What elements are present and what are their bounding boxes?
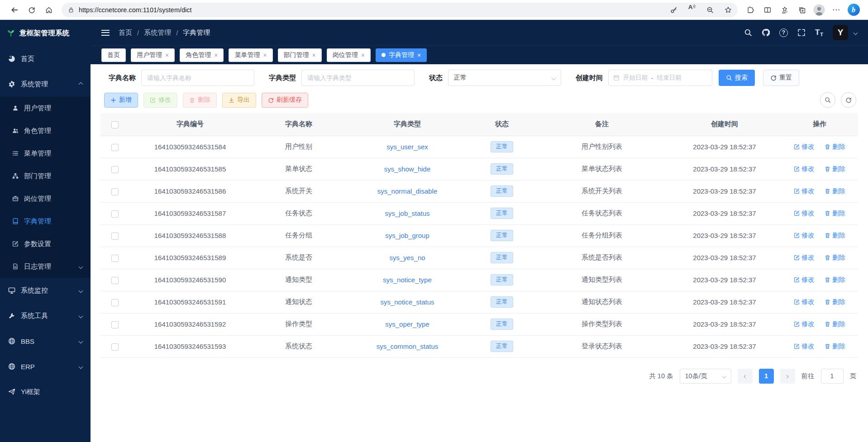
close-icon[interactable]: ×	[312, 52, 316, 58]
close-icon[interactable]: ×	[165, 52, 169, 58]
read-aloud-icon[interactable]: A	[685, 4, 699, 16]
header-search-icon[interactable]	[744, 29, 752, 37]
browser-more-menu[interactable]: ⋯	[828, 2, 844, 18]
status-select[interactable]: 正常	[448, 70, 561, 86]
dict-name-input[interactable]	[141, 70, 254, 86]
dict-type-link[interactable]: sys_show_hide	[384, 165, 431, 173]
url-text[interactable]: https://ccnetcore.com:1101/system/dict	[79, 6, 663, 14]
browser-home-button[interactable]	[41, 2, 57, 18]
help-icon[interactable]: ?	[779, 29, 788, 37]
close-icon[interactable]: ×	[417, 52, 421, 58]
row-edit-button[interactable]: 修改	[794, 165, 815, 173]
row-delete-button[interactable]: 删除	[825, 320, 845, 328]
sidebar-item-bbs[interactable]: BBS	[0, 328, 91, 354]
page-size-select[interactable]: 10条/页	[680, 369, 731, 384]
font-size-icon[interactable]: TT	[815, 28, 823, 37]
export-button[interactable]: 导出	[222, 93, 256, 108]
dict-type-link[interactable]: sys_notice_type	[383, 276, 432, 284]
row-checkbox[interactable]	[111, 255, 119, 262]
sidebar-item-home[interactable]: 首页	[0, 46, 91, 71]
row-delete-button[interactable]: 删除	[825, 187, 845, 195]
zoom-indicator-icon[interactable]	[703, 4, 717, 16]
edit-button[interactable]: 修改	[143, 93, 177, 108]
start-date-placeholder[interactable]: 开始日期	[623, 74, 648, 82]
browser-back-button[interactable]	[6, 2, 23, 18]
close-icon[interactable]: ×	[361, 52, 365, 58]
breadcrumb-system[interactable]: 系统管理	[144, 29, 171, 37]
dict-type-link[interactable]: sys_user_sex	[386, 143, 428, 151]
favorites-icon[interactable]	[777, 2, 793, 18]
end-date-placeholder[interactable]: 结束日期	[657, 74, 682, 82]
add-button[interactable]: 新增	[104, 93, 138, 108]
row-edit-button[interactable]: 修改	[794, 276, 815, 284]
sidebar-item-user-management[interactable]: 用户管理	[0, 97, 91, 119]
avatar-dropdown-icon[interactable]	[854, 30, 858, 35]
row-delete-button[interactable]: 删除	[825, 253, 845, 262]
row-edit-button[interactable]: 修改	[794, 143, 815, 151]
date-range-picker[interactable]: 开始日期 - 结束日期	[608, 70, 712, 86]
tab-department-management[interactable]: 部门管理×	[278, 48, 322, 62]
goto-page-input[interactable]	[821, 369, 844, 384]
row-checkbox[interactable]	[111, 144, 119, 151]
row-edit-button[interactable]: 修改	[794, 320, 815, 328]
add-favorite-star-icon[interactable]	[721, 4, 735, 16]
sidebar-item-erp[interactable]: ERP	[0, 354, 91, 379]
row-delete-button[interactable]: 删除	[825, 143, 845, 151]
row-checkbox[interactable]	[111, 321, 119, 328]
row-checkbox[interactable]	[111, 343, 119, 351]
sidebar-item-parameter-settings[interactable]: 参数设置	[0, 233, 91, 255]
dict-type-link[interactable]: sys_oper_type	[385, 320, 429, 328]
sidebar-item-role-management[interactable]: 角色管理	[0, 119, 91, 142]
dict-type-link[interactable]: sys_common_status	[377, 342, 439, 350]
dict-type-link[interactable]: sys_notice_status	[380, 298, 434, 306]
sidebar-toggle-icon[interactable]	[101, 30, 110, 36]
extensions-icon[interactable]	[742, 2, 758, 18]
dict-type-link[interactable]: sys_yes_no	[389, 254, 425, 261]
row-delete-button[interactable]: 删除	[825, 231, 845, 240]
current-page-button[interactable]: 1	[759, 369, 774, 384]
tab-position-management[interactable]: 岗位管理×	[327, 48, 371, 62]
user-avatar[interactable]: Y	[833, 25, 848, 40]
delete-button[interactable]: 删除	[183, 93, 217, 108]
sidebar-item-yi-framework[interactable]: Yi框架	[0, 379, 91, 404]
row-edit-button[interactable]: 修改	[794, 231, 815, 240]
sidebar-item-menu-management[interactable]: 菜单管理	[0, 142, 91, 165]
row-edit-button[interactable]: 修改	[794, 342, 815, 351]
select-all-checkbox[interactable]	[111, 121, 119, 128]
close-icon[interactable]: ×	[263, 52, 267, 58]
row-edit-button[interactable]: 修改	[794, 253, 815, 262]
password-key-icon[interactable]	[667, 4, 681, 16]
row-delete-button[interactable]: 删除	[825, 209, 845, 218]
collections-icon[interactable]	[794, 2, 810, 18]
sidebar-item-system-tools[interactable]: 系统工具	[0, 303, 91, 328]
browser-profile-avatar[interactable]	[811, 2, 827, 18]
sidebar-item-position-management[interactable]: 岗位管理	[0, 187, 91, 210]
row-delete-button[interactable]: 删除	[825, 276, 845, 284]
next-page-button[interactable]: ›	[780, 369, 795, 384]
sidebar-item-log-management[interactable]: 日志管理	[0, 255, 91, 278]
sidebar-item-system-management[interactable]: 系统管理	[0, 71, 91, 97]
sidebar-item-department-management[interactable]: 部门管理	[0, 165, 91, 187]
tab-home[interactable]: 首页	[101, 48, 126, 62]
address-bar[interactable]: https://ccnetcore.com:1101/system/dict A	[62, 3, 738, 17]
row-checkbox[interactable]	[111, 166, 119, 173]
dict-type-input[interactable]	[301, 70, 415, 86]
row-delete-button[interactable]: 删除	[825, 165, 845, 173]
row-checkbox[interactable]	[111, 277, 119, 284]
close-icon[interactable]: ×	[214, 52, 218, 58]
refresh-table-button[interactable]	[841, 92, 856, 108]
github-icon[interactable]	[762, 29, 770, 37]
row-edit-button[interactable]: 修改	[794, 298, 815, 306]
browser-refresh-button[interactable]	[24, 2, 40, 18]
sidebar-item-dict-management[interactable]: 字典管理	[0, 210, 91, 233]
row-delete-button[interactable]: 删除	[825, 298, 845, 306]
row-checkbox[interactable]	[111, 299, 119, 306]
tab-menu-management[interactable]: 菜单管理×	[229, 48, 272, 62]
reset-button[interactable]: 重置	[763, 70, 799, 86]
tab-user-management[interactable]: 用户管理×	[131, 48, 175, 62]
prev-page-button[interactable]: ‹	[738, 369, 753, 384]
row-delete-button[interactable]: 删除	[825, 342, 845, 351]
row-edit-button[interactable]: 修改	[794, 187, 815, 195]
fullscreen-icon[interactable]	[797, 29, 806, 37]
dict-type-link[interactable]: sys_job_group	[385, 232, 429, 239]
